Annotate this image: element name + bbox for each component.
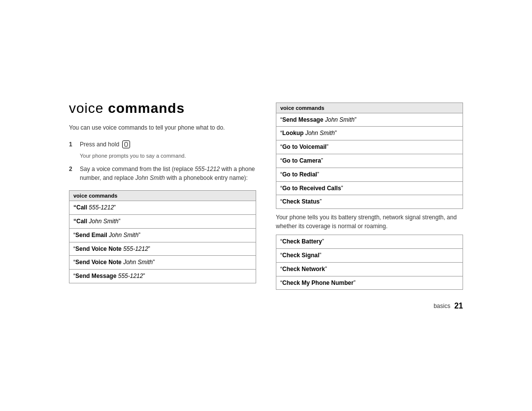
table-row: “Go to Camera” [276,154,463,168]
step-2: 2 Say a voice command from the list (rep… [69,165,256,182]
table-row: “Check Status” [276,195,463,209]
left-table-row-1: “Call 555-1212” [69,201,256,215]
page-container: voice commands You can use voice command… [69,101,463,311]
step-2-text: Say a voice command from the list (repla… [80,166,255,181]
left-table-row-6: “Send Message 555-1212” [69,270,256,283]
left-voice-table: voice commands “Call 555-1212” “Call Joh… [69,190,256,283]
right-table-row-3: “Go to Voicemail” [276,140,463,154]
right-table-row-10: “Check Network” [276,262,463,276]
step-1: 1 Press and hold Your phone prompts you … [69,140,256,160]
steps-list: 1 Press and hold Your phone prompts you … [69,140,256,183]
left-column: voice commands You can use voice command… [69,101,256,290]
right-table-row-1: “Send Message John Smith” [276,113,463,127]
left-table-row-5: “Send Voice Note John Smith” [69,256,256,270]
table-row: “Check My Phone Number” [276,276,463,290]
right-voice-table: voice commands “Send Message John Smith”… [276,103,463,209]
title-bold: commands [108,101,185,116]
right-table-row-9: “Check Signal” [276,248,463,262]
left-table-row-3: “Send Email John Smith” [69,228,256,242]
voice-hold-icon [122,140,130,148]
title-light: voice [69,101,108,116]
footer-page-number: 21 [454,302,463,310]
left-table-row-2: “Call John Smith” [69,214,256,228]
right-table-header: voice commands [276,103,463,113]
step-1-num: 1 [69,140,76,160]
table-row: “Go to Received Calls” [276,181,463,195]
right-table-row-2: “Lookup John Smith” [276,127,463,140]
table-row: “Go to Redial” [276,168,463,181]
left-table-row-4: “Send Voice Note 555-1212” [69,242,256,256]
step-2-content: Say a voice command from the list (repla… [80,165,256,182]
right-table-row-4: “Go to Camera” [276,154,463,168]
content-columns: voice commands You can use voice command… [69,101,463,290]
step-1-text: Press and hold [80,141,130,148]
table-row: “Call 555-1212” [69,201,256,215]
step-1-subtext: Your phone prompts you to say a command. [80,152,256,160]
intro-text: You can use voice commands to tell your … [69,123,256,132]
right-table-row-5: “Go to Redial” [276,168,463,181]
step-2-num: 2 [69,165,76,182]
page-title: voice commands [69,101,256,116]
table-row: “Send Voice Note 555-1212” [69,242,256,256]
right-voice-table-2: “Check Battery” “Check Signal” “Check Ne… [276,235,463,290]
table-row: “Lookup John Smith” [276,127,463,140]
table-row: “Call John Smith” [69,214,256,228]
step-1-content: Press and hold Your phone prompts you to… [80,140,256,160]
table-row: “Send Email John Smith” [69,228,256,242]
table-row: “Check Battery” [276,235,463,249]
left-table-header: voice commands [69,191,256,201]
table-row: “Check Signal” [276,248,463,262]
right-table-row-6: “Go to Received Calls” [276,181,463,195]
table-row: “Send Message 555-1212” [69,270,256,283]
table-row: “Check Network” [276,262,463,276]
right-table-row-11: “Check My Phone Number” [276,276,463,290]
check-status-description: Your phone tells you its battery strengt… [276,213,463,231]
table-row: “Send Message John Smith” [276,113,463,127]
table-row: “Go to Voicemail” [276,140,463,154]
table-row: “Send Voice Note John Smith” [69,256,256,270]
footer-label: basics [433,303,450,309]
right-table-row-8: “Check Battery” [276,235,463,249]
right-column: voice commands “Send Message John Smith”… [276,101,463,290]
right-table-row-7: “Check Status” [276,195,463,209]
footer: basics 21 [69,302,463,310]
